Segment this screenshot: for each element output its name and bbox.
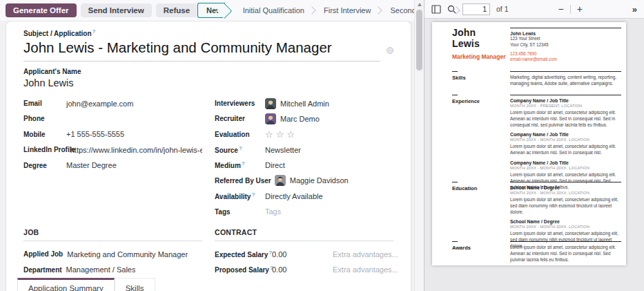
field-row-email: Email john@example.com xyxy=(23,95,202,111)
star-icon[interactable]: ☆ xyxy=(265,129,276,140)
resume-skills-section: Skills Marketing, digital advertising, c… xyxy=(432,71,621,87)
form-scrollbar[interactable] xyxy=(414,0,424,291)
experience-entry-body: Lorem ipsum dolor sit amet, consectetur … xyxy=(510,110,621,128)
form-sheet: Subject / Application? John Lewis - Mark… xyxy=(6,21,411,291)
education-heading: Education xyxy=(452,185,510,191)
availability-value[interactable]: Directly Available xyxy=(265,192,323,200)
awards-heading: Awards xyxy=(452,245,510,251)
experience-entry-title: Company Name / Job Title xyxy=(510,98,621,103)
education-entry-meta: MONTH 20XX - MONTH 20XX, LOCATION xyxy=(510,225,621,229)
resume-experience-section: Experience Company Name / Job Title MONT… xyxy=(432,95,621,195)
refuse-button[interactable]: Refuse xyxy=(156,3,197,17)
expected-salary-extra-advantages[interactable]: Extra advantages... xyxy=(333,250,398,259)
expected-salary-label: Expected Salary? xyxy=(215,250,272,259)
star-icon[interactable]: ☆ xyxy=(276,129,287,140)
phone-label: Phone xyxy=(23,115,66,122)
degree-value[interactable]: Master Degree xyxy=(66,161,117,169)
tab-skills[interactable]: Skills xyxy=(115,278,155,291)
field-row-evaluation: Evaluation ☆☆☆ xyxy=(215,126,393,142)
education-entry-title: School Name / Degree xyxy=(510,185,621,190)
experience-entry-body: Lorem ipsum dolor sit amet, consectetur … xyxy=(510,144,621,156)
source-value[interactable]: Newsletter xyxy=(265,146,301,154)
field-row-mobile: Mobile +1 555-555-5555 xyxy=(23,126,202,142)
linkedin-value[interactable]: https://www.linkedin.com/in/john-lewis-e… xyxy=(70,146,202,154)
field-row-department: Department Management / Sales xyxy=(23,262,202,277)
mobile-label: Mobile xyxy=(23,131,66,138)
job-section: JOB Applied Job Marketing and Community … xyxy=(23,228,215,277)
resume-name: John Lewis xyxy=(452,28,510,50)
experience-entry-meta: MONTH 20XX - PRESENT, LOCATION xyxy=(510,104,621,108)
field-row-availability: Availability? Directly Available xyxy=(215,189,393,204)
applied-job-value[interactable]: Marketing and Community Manager xyxy=(67,250,188,259)
field-row-proposed-salary: Proposed Salary? 0.00 Extra advantages..… xyxy=(215,262,393,277)
experience-entry-meta: MONTH 20XX - MONTH 20XX, LOCATION xyxy=(510,166,621,170)
stage-initial-qualification[interactable]: Initial Qualification xyxy=(236,3,311,17)
pdf-page-area[interactable]: John Lewis Marketing Manager John Lewis … xyxy=(425,19,644,291)
scroll-up-arrow-icon[interactable] xyxy=(418,3,422,6)
recruiter-label: Recruiter xyxy=(215,115,265,122)
statusbar: Generate Offer Send Interview Refuse New… xyxy=(0,0,414,21)
subject-label-text: Subject / Application xyxy=(23,30,92,37)
field-row-degree: Degree Master Degree xyxy=(23,158,202,173)
toolbar-more-chevrons-icon[interactable]: » xyxy=(632,4,637,15)
page-title[interactable]: John Lewis - Marketing and Community Man… xyxy=(23,39,380,62)
field-row-interviewers: Interviewers Mitchell Admin xyxy=(215,95,393,111)
section-dash xyxy=(452,182,458,182)
resume-contact-block: John Lewis 123 Your Street Your City, ST… xyxy=(510,28,621,63)
expected-salary-value[interactable]: 0.00 xyxy=(272,250,333,259)
referred-by-value[interactable]: Maggie Davidson xyxy=(275,175,349,186)
recruitment-application-window: Generate Offer Send Interview Refuse New… xyxy=(0,0,644,291)
star-icon[interactable]: ☆ xyxy=(286,129,297,140)
proposed-salary-value[interactable]: 0.00 xyxy=(272,265,333,274)
department-label: Department xyxy=(23,266,66,274)
applicant-name-value[interactable]: John Lewis xyxy=(23,77,393,88)
education-entry-meta: MONTH 20XX - MONTH 20XX, LOCATION xyxy=(510,191,621,195)
field-row-referred-by: Referred By User Maggie Davidson xyxy=(215,173,393,188)
recruiter-name: Marc Demo xyxy=(280,115,320,123)
evaluation-rating[interactable]: ☆☆☆ xyxy=(265,129,297,140)
experience-entry: Company Name / Job Title MONTH 20XX - MO… xyxy=(510,132,621,156)
resume-page: John Lewis Marketing Manager John Lewis … xyxy=(432,22,626,265)
generate-offer-button[interactable]: Generate Offer xyxy=(6,3,77,17)
referred-by-name: Maggie Davidson xyxy=(290,176,349,185)
zoom-in-icon[interactable]: + xyxy=(577,4,583,14)
tags-input[interactable]: Tags xyxy=(265,207,281,216)
page-count-label: of 1 xyxy=(496,5,509,13)
tab-application-summary[interactable]: Application Summary xyxy=(17,278,115,291)
contact-name: John Lewis xyxy=(510,31,621,36)
stage-first-interview[interactable]: First Interview xyxy=(317,3,378,17)
field-row-applied-job: Applied Job Marketing and Community Mana… xyxy=(23,246,202,261)
section-dash xyxy=(452,241,458,242)
experience-heading: Experience xyxy=(452,98,510,104)
activity-indicator[interactable] xyxy=(387,47,393,54)
field-row-source: Source? Newsletter xyxy=(215,142,393,158)
proposed-salary-label: Proposed Salary? xyxy=(215,265,272,274)
sidebar-toggle-icon[interactable] xyxy=(431,5,441,14)
proposed-salary-extra-advantages[interactable]: Extra advantages... xyxy=(333,265,398,274)
referred-by-label: Referred By User xyxy=(215,177,275,185)
avatar xyxy=(275,175,286,186)
interviewers-value[interactable]: Mitchell Admin xyxy=(265,98,329,109)
zoom-out-icon[interactable]: − xyxy=(558,4,563,14)
zoom-controls: − + xyxy=(558,4,582,14)
stage-new[interactable]: New xyxy=(197,3,225,18)
field-row-phone: Phone xyxy=(23,111,202,126)
job-section-header: JOB xyxy=(23,228,202,241)
recruiter-value[interactable]: Marc Demo xyxy=(265,113,320,124)
degree-label: Degree xyxy=(23,162,66,169)
mobile-value[interactable]: +1 555-555-5555 xyxy=(66,130,124,138)
contact-email: email-name@email.com xyxy=(510,57,621,63)
field-row-linkedin: LinkedIn Profile https://www.linkedin.co… xyxy=(23,142,202,158)
medium-value[interactable]: Direct xyxy=(265,161,285,169)
email-value[interactable]: john@example.com xyxy=(66,100,133,108)
send-interview-button[interactable]: Send Interview xyxy=(81,3,152,17)
department-value[interactable]: Management / Sales xyxy=(66,265,136,274)
medium-label: Medium? xyxy=(215,160,265,169)
resume-role: Marketing Manager xyxy=(452,53,510,60)
avatar xyxy=(265,98,276,109)
education-entry: School Name / Degree MONTH 20XX - MONTH … xyxy=(510,185,621,215)
scrollbar-thumb[interactable] xyxy=(416,10,422,71)
help-marker: ? xyxy=(239,145,242,151)
experience-entry: Company Name / Job Title MONTH 20XX - PR… xyxy=(510,98,621,128)
page-number-input[interactable] xyxy=(462,3,490,15)
